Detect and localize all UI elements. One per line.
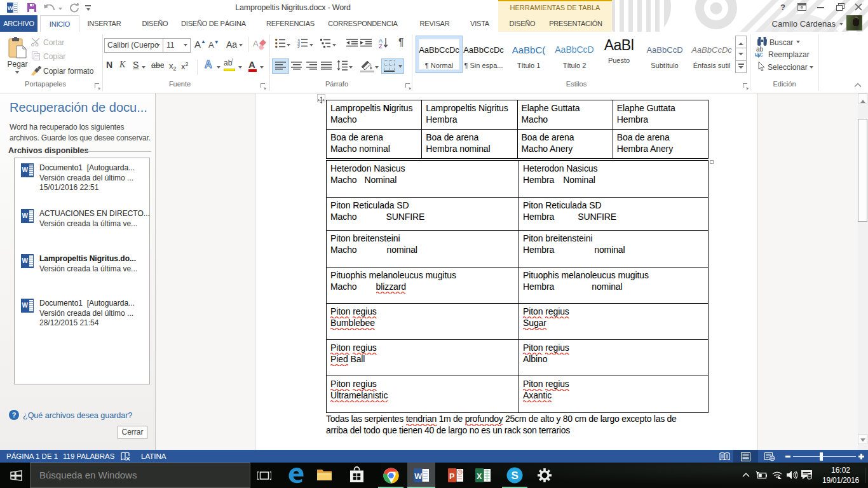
svg-text:Z: Z (379, 43, 383, 49)
svg-text:W: W (8, 4, 13, 11)
svg-text:P: P (449, 472, 454, 481)
svg-text:3: 3 (297, 44, 299, 48)
svg-text:W: W (414, 472, 422, 481)
svg-text:S: S (512, 470, 519, 482)
svg-text:A: A (253, 39, 259, 48)
svg-text:X: X (477, 472, 482, 481)
